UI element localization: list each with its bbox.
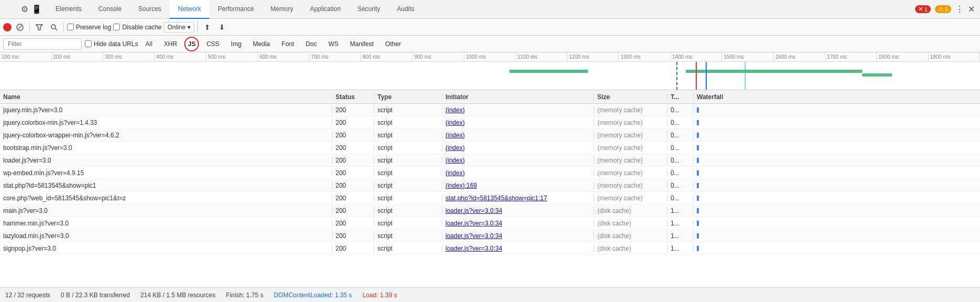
cell-name: jquery.min.js?ver=3.0 [0,106,332,114]
preserve-log-label[interactable]: Preserve log [67,24,111,31]
table-row[interactable]: bootstrap.min.js?ver=3.0 200 script (ind… [0,142,980,154]
filter-ws-button[interactable]: WS [324,39,342,49]
cell-initiator[interactable]: (index) [442,144,594,152]
cell-initiator[interactable]: loader.js?ver=3.0:34 [442,232,594,240]
resources-size: 214 KB / 1.5 MB resources [140,292,215,299]
more-icon[interactable]: ⋮ [955,4,964,14]
cell-initiator[interactable]: loader.js?ver=3.0:34 [442,220,594,227]
stop-button[interactable] [14,21,26,34]
timeline-tick: 1300 ms [619,52,671,61]
filter-button[interactable] [33,21,46,34]
initiator-link[interactable]: (index) [446,106,465,114]
header-size: Size [594,93,667,101]
table-row[interactable]: stat.php?id=5813545&show=pic1 200 script… [0,179,980,192]
close-devtools-icon[interactable]: ✕ [968,4,975,14]
hide-data-urls-checkbox[interactable] [85,40,92,47]
throttle-select[interactable]: Online ▾ [164,22,195,33]
waterfall-bar [697,233,699,239]
table-row[interactable]: jquery-colorbox-wrapper-min.js?ver=4.6.2… [0,129,980,142]
filter-xhr-button[interactable]: XHR [160,39,181,49]
initiator-link[interactable]: (index) [446,169,465,177]
initiator-link[interactable]: stat.php?id=5813545&show=pic1:17 [446,195,547,202]
filter-img-button[interactable]: Img [227,39,246,49]
filter-manifest-button[interactable]: Manifest [346,39,378,49]
cell-initiator[interactable]: loader.js?ver=3.0:34 [442,207,594,214]
export-button[interactable]: ⬇ [216,21,228,34]
filter-input[interactable] [3,38,82,50]
cell-name: core.php?web_id=5813545&show=pic1&t=z [0,195,332,202]
initiator-link[interactable]: (index) [446,144,465,152]
import-button[interactable]: ⬆ [201,21,214,34]
filter-font-button[interactable]: Font [277,39,298,49]
cell-status: 200 [332,220,374,227]
tab-application[interactable]: Application [302,0,349,19]
table-row[interactable]: core.php?web_id=5813545&show=pic1&t=z 20… [0,192,980,204]
tab-network[interactable]: Network [170,0,209,19]
cell-status: 200 [332,232,374,240]
initiator-link[interactable]: loader.js?ver=3.0:34 [446,220,502,227]
table-row[interactable]: lazyload.min.js?ver=3.0 200 script loade… [0,230,980,242]
filter-media-button[interactable]: Media [249,39,274,49]
filter-other-button[interactable]: Other [381,39,405,49]
table-row[interactable]: signpop.js?ver=3.0 200 script loader.js?… [0,242,980,255]
cell-waterfall [694,144,980,152]
cell-initiator[interactable]: (index) [442,169,594,177]
cell-type: script [374,132,442,139]
cell-time: 1... [667,207,694,214]
cell-initiator[interactable]: (index) [442,157,594,164]
cell-status: 200 [332,182,374,189]
initiator-link[interactable]: (index):169 [446,182,477,189]
cell-initiator[interactable]: (index) [442,106,594,114]
resource-bar-3 [862,73,892,77]
timeline-tick: 1800 ms [877,52,929,61]
record-button[interactable] [3,23,12,31]
cell-initiator[interactable]: (index):169 [442,182,594,189]
filter-all-button[interactable]: All [141,39,157,49]
preserve-log-checkbox[interactable] [67,24,74,30]
initiator-link[interactable]: (index) [446,157,465,164]
divider-1 [29,22,30,33]
filter-js-button[interactable]: JS [184,37,199,51]
initiator-link[interactable]: loader.js?ver=3.0:34 [446,232,502,240]
svg-line-1 [18,26,21,29]
table-row[interactable]: jquery.colorbox-min.js?ver=1.4.33 200 sc… [0,116,980,129]
chevron-down-icon: ▾ [187,24,191,31]
table-header: Name Status Type Initiator Size T... Wat… [0,90,980,104]
initiator-link[interactable]: (index) [446,132,465,139]
cell-type: script [374,169,442,177]
tab-security[interactable]: Security [349,0,388,19]
table-row[interactable]: wp-embed.min.js?ver=4.9.15 200 script (i… [0,167,980,179]
initiator-link[interactable]: loader.js?ver=3.0:34 [446,245,502,252]
cell-status: 200 [332,119,374,126]
cell-initiator[interactable]: stat.php?id=5813545&show=pic1:17 [442,195,594,202]
tab-performance[interactable]: Performance [209,0,262,19]
disable-cache-checkbox[interactable] [113,24,120,30]
warn-icon: ⚠ [938,6,943,13]
cell-initiator[interactable]: (index) [442,132,594,139]
search-button[interactable] [48,21,60,34]
tab-elements[interactable]: Elements [47,0,90,19]
table-row[interactable]: jquery.min.js?ver=3.0 200 script (index)… [0,104,980,116]
resource-bar-2 [686,70,862,73]
table-row[interactable]: hammer.min.js?ver=3.0 200 script loader.… [0,217,980,230]
tab-audits[interactable]: Audits [388,0,422,19]
initiator-link[interactable]: (index) [446,119,465,126]
hide-data-urls-label[interactable]: Hide data URLs [85,40,138,48]
cell-size: (disk cache) [594,245,667,252]
timeline-tick: 1900 ms [929,52,980,61]
table-row[interactable]: main.js?ver=3.0 200 script loader.js?ver… [0,204,980,217]
filter-doc-button[interactable]: Doc [302,39,321,49]
table-row[interactable]: loader.js?ver=3.0 200 script (index) (me… [0,154,980,167]
tab-memory[interactable]: Memory [262,0,302,19]
disable-cache-label[interactable]: Disable cache [113,24,161,31]
tab-console[interactable]: Console [90,0,130,19]
cell-initiator[interactable]: loader.js?ver=3.0:34 [442,245,594,252]
timeline-tick: 1100 ms [516,52,567,61]
filter-css-button[interactable]: CSS [202,39,224,49]
dom-content-loaded-line [676,62,677,90]
timeline-tick: 500 ms [206,52,258,61]
tab-sources[interactable]: Sources [130,0,170,19]
initiator-link[interactable]: loader.js?ver=3.0:34 [446,207,502,214]
cell-initiator[interactable]: (index) [442,119,594,126]
header-name: Name [0,93,332,101]
